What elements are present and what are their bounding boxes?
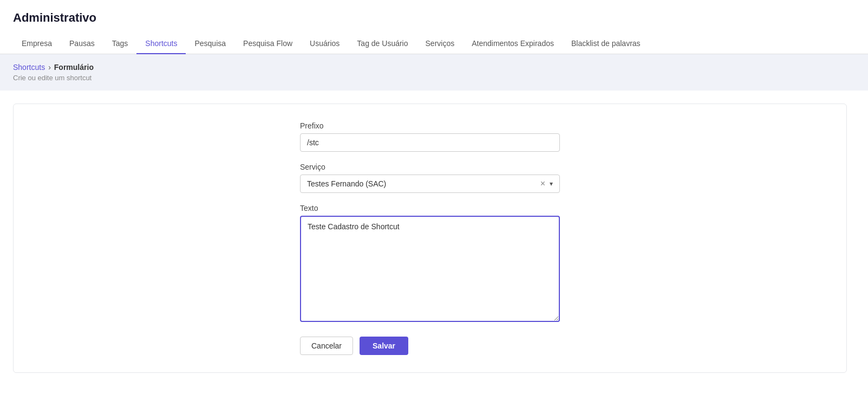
nav-tab-empresa[interactable]: Empresa: [13, 34, 61, 54]
breadcrumb-parent[interactable]: Shortcuts: [13, 63, 45, 72]
servico-select[interactable]: Testes Fernando (SAC) × ▾: [300, 175, 560, 193]
servico-selected-value: Testes Fernando (SAC): [307, 179, 540, 188]
breadcrumb-subtitle: Crie ou edite um shortcut: [13, 74, 855, 82]
prefixo-group: Prefixo: [300, 121, 560, 152]
form-card: Prefixo Serviço Testes Fernando (SAC) × …: [13, 104, 847, 373]
breadcrumb-bar: Shortcuts › Formulário Crie ou edite um …: [0, 54, 868, 91]
servico-label: Serviço: [300, 163, 560, 171]
nav-tab-servicos[interactable]: Serviços: [417, 34, 464, 54]
nav-tab-pesquisa-flow[interactable]: Pesquisa Flow: [234, 34, 301, 54]
breadcrumb-current: Formulário: [54, 63, 94, 72]
prefixo-label: Prefixo: [300, 121, 560, 130]
nav-tab-tags[interactable]: Tags: [103, 34, 137, 54]
breadcrumb-separator: ›: [48, 63, 51, 72]
nav-tabs: EmpresaPausasTagsShortcutsPesquisaPesqui…: [0, 34, 868, 54]
nav-tab-usuarios[interactable]: Usuários: [301, 34, 348, 54]
texto-label: Texto: [300, 204, 560, 212]
nav-tab-atendimentos[interactable]: Atendimentos Expirados: [463, 34, 563, 54]
texto-textarea[interactable]: [300, 216, 560, 322]
page-title: Administrativo: [13, 11, 855, 25]
servico-chevron-icon: ▾: [550, 180, 553, 188]
servico-clear-icon[interactable]: ×: [540, 179, 545, 188]
servico-group: Serviço Testes Fernando (SAC) × ▾: [300, 163, 560, 193]
prefixo-input[interactable]: [300, 133, 560, 152]
nav-tab-pesquisa[interactable]: Pesquisa: [186, 34, 234, 54]
breadcrumb: Shortcuts › Formulário: [13, 63, 855, 72]
nav-tab-tag-usuario[interactable]: Tag de Usuário: [348, 34, 416, 54]
form-actions: Cancelar Salvar: [300, 337, 560, 355]
nav-tab-shortcuts[interactable]: Shortcuts: [136, 34, 186, 54]
texto-group: Texto: [300, 204, 560, 324]
cancel-button[interactable]: Cancelar: [300, 337, 353, 355]
nav-tab-pausas[interactable]: Pausas: [61, 34, 103, 54]
nav-tab-blacklist[interactable]: Blacklist de palavras: [563, 34, 649, 54]
save-button[interactable]: Salvar: [360, 337, 408, 355]
